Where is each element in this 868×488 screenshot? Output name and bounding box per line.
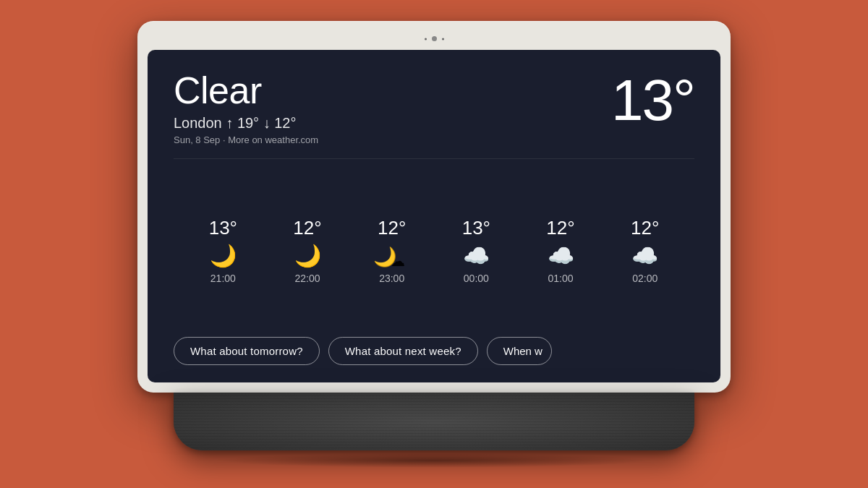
- camera-bar: [148, 31, 720, 47]
- display-screen[interactable]: Clear London ↑ 19° ↓ 12° Sun, 8 Sep · Mo…: [148, 50, 720, 382]
- hour-time: 02:00: [632, 273, 658, 284]
- camera-sensor: [432, 36, 437, 41]
- suggestion-buttons: What about tomorrow? What about next wee…: [174, 334, 694, 365]
- weather-info-left: Clear London ↑ 19° ↓ 12° Sun, 8 Sep · Mo…: [174, 72, 318, 145]
- hour-icon-cloudy: ☁️: [631, 245, 658, 267]
- hour-icon-partly-cloudy-night: 🌙☁: [373, 245, 411, 267]
- hour-temp: 12°: [631, 217, 659, 239]
- weather-header: Clear London ↑ 19° ↓ 12° Sun, 8 Sep · Mo…: [174, 72, 694, 145]
- weather-location: London ↑ 19° ↓ 12°: [174, 115, 318, 132]
- hour-time: 22:00: [294, 273, 320, 284]
- hour-item-0000: 13° ☁️ 00:00: [434, 217, 519, 284]
- weather-date: Sun, 8 Sep · More on weather.com: [174, 134, 318, 145]
- hour-icon-cloudy: ☁️: [548, 245, 574, 267]
- hourly-forecast: 13° 🌙 21:00 12° 🌙 22:00 12° 🌙☁ 23:00: [174, 181, 694, 321]
- suggestion-tomorrow-button[interactable]: What about tomorrow?: [174, 337, 320, 365]
- weather-condition: Clear: [174, 72, 318, 109]
- divider: [174, 158, 694, 159]
- hour-time: 21:00: [210, 273, 236, 284]
- current-temperature: 13°: [611, 72, 694, 129]
- hour-temp: 13°: [209, 217, 237, 239]
- hour-time: 23:00: [379, 273, 404, 284]
- smart-display-device: Clear London ↑ 19° ↓ 12° Sun, 8 Sep · Mo…: [137, 21, 731, 468]
- hour-item-2100: 13° 🌙 21:00: [181, 217, 265, 284]
- speaker-base: [174, 393, 694, 450]
- hour-icon-cloudy: ☁️: [463, 245, 490, 267]
- hour-temp: 12°: [378, 217, 406, 239]
- hour-icon-clear-night: 🌙: [210, 245, 237, 267]
- hour-temp: 12°: [546, 217, 574, 239]
- hour-time: 01:00: [548, 273, 574, 284]
- hour-item-2300: 12° 🌙☁ 23:00: [349, 217, 434, 284]
- hour-icon-clear-night: 🌙: [294, 245, 321, 267]
- hour-time: 00:00: [464, 273, 489, 284]
- hour-temp: 13°: [462, 217, 490, 239]
- hour-item-2200: 12° 🌙 22:00: [265, 217, 350, 284]
- device-frame: Clear London ↑ 19° ↓ 12° Sun, 8 Sep · Mo…: [137, 21, 731, 393]
- suggestion-next-week-button[interactable]: What about next week?: [328, 337, 478, 365]
- hour-item-0200: 12° ☁️ 02:00: [603, 217, 687, 284]
- device-shadow: [217, 453, 651, 468]
- hour-temp: 12°: [293, 217, 321, 239]
- speaker-fabric: [174, 393, 694, 450]
- hour-item-0100: 12° ☁️ 01:00: [519, 217, 603, 284]
- suggestion-when-button[interactable]: When w: [487, 337, 552, 365]
